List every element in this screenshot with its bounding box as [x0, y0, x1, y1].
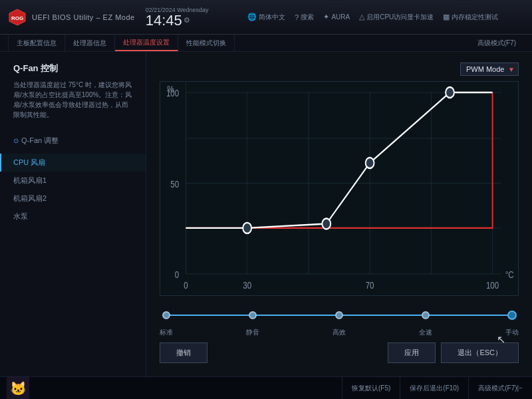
svg-text:%: % — [167, 84, 174, 95]
svg-text:100: 100 — [486, 280, 499, 291]
section-header: ⊙ Q-Fan 调整 — [0, 130, 146, 151]
chart-container: 100 50 0 % 0 30 70 100 °C — [160, 81, 519, 296]
fan-curve-chart[interactable]: 100 50 0 % 0 30 70 100 °C — [160, 82, 518, 295]
preset-dot-fullspeed[interactable] — [422, 311, 430, 319]
bottom-left: 🐱 — [0, 377, 29, 399]
preset-track-container[interactable] — [166, 305, 512, 325]
nav-cpu-access[interactable]: △ 启用CPU访问显卡加速 — [359, 13, 434, 22]
svg-text:70: 70 — [366, 280, 374, 291]
rog-logo: ROG — [8, 8, 27, 27]
svg-text:50: 50 — [170, 179, 179, 190]
search-icon: ? — [295, 13, 299, 21]
svg-point-28 — [446, 87, 454, 98]
preset-label-quiet: 静音 — [246, 328, 259, 337]
tab-processor[interactable]: 处理器信息 — [65, 35, 115, 51]
svg-text:°C: °C — [505, 269, 514, 281]
exit-button[interactable]: 退出（ESC） — [441, 342, 519, 363]
aura-icon: ✦ — [323, 13, 329, 21]
svg-text:0: 0 — [184, 280, 188, 291]
fan-item-case2[interactable]: 机箱风扇2 — [0, 190, 146, 207]
nav-aura[interactable]: ✦ AURA — [323, 13, 350, 21]
language-icon: 🌐 — [247, 13, 257, 21]
button-row: 撤销 应用 退出（ESC） — [160, 337, 519, 366]
btn-group-right: 应用 退出（ESC） — [388, 342, 519, 363]
panel-desc: 当处理器温度超过 75°C 时，建议您将风扇/水泵的占空比提高至100%。注意：… — [0, 80, 146, 130]
svg-text:ROG: ROG — [11, 15, 23, 21]
bios-title: UEFI BIOS Utility – EZ Mode — [32, 13, 135, 21]
svg-point-25 — [243, 223, 251, 233]
mem-icon: ▦ — [443, 13, 450, 21]
nav-mem-test[interactable]: ▦ 内存稳定性测试 — [443, 13, 498, 22]
pwm-mode-select[interactable]: PWM Mode DC Mode Auto — [460, 63, 519, 76]
pwm-row: PWM Mode DC Mode Auto ▼ — [160, 63, 519, 76]
preset-label-manual: 手动 — [505, 328, 519, 337]
preset-dot-performance[interactable] — [335, 311, 343, 319]
tab-temp-settings[interactable]: 处理器温度设置 — [115, 35, 178, 51]
left-panel: Q-Fan 控制 当处理器温度超过 75°C 时，建议您将风扇/水泵的占空比提高… — [0, 52, 146, 376]
svg-point-26 — [322, 218, 331, 229]
nav-search[interactable]: ? 搜索 — [295, 13, 314, 22]
svg-point-27 — [366, 158, 374, 168]
gear-icon[interactable]: ⚙ — [184, 16, 190, 25]
main-content: Q-Fan 控制 当处理器温度超过 75°C 时，建议您将风扇/水泵的占空比提高… — [0, 52, 532, 376]
fan-list: CPU 风扇 机箱风扇1 机箱风扇2 水泵 — [0, 154, 146, 225]
bottom-advanced[interactable]: 高级模式(F7)|− — [468, 377, 532, 399]
time-display: 14:45 — [146, 13, 182, 28]
fan-item-case1[interactable]: 机箱风扇1 — [0, 172, 146, 190]
mascot: 🐱 — [7, 377, 29, 400]
fan-item-pump[interactable]: 水泵 — [0, 207, 146, 225]
advanced-mode-switch[interactable]: 高级模式(F7) — [469, 39, 524, 48]
svg-text:30: 30 — [243, 280, 251, 291]
qfan-icon: ⊙ — [13, 137, 19, 144]
time-area: 02/21/2024 Wednesday 14:45 ⚙ — [146, 7, 209, 28]
top-nav: 🌐 简体中文 ? 搜索 ✦ AURA △ 启用CPU访问显卡加速 ▦ 内存稳定性… — [222, 13, 524, 22]
apply-button[interactable]: 应用 — [388, 342, 436, 363]
preset-dot-manual[interactable] — [507, 311, 517, 320]
bottom-restore[interactable]: 恢复默认(F5) — [342, 377, 400, 399]
logo-area: ROG UEFI BIOS Utility – EZ Mode — [8, 8, 135, 27]
preset-dot-standard[interactable] — [162, 311, 170, 319]
preset-label-performance: 高效 — [332, 328, 346, 337]
preset-area: 标准 静音 高效 全速 手动 — [160, 305, 519, 337]
bottom-save-exit[interactable]: 保存后退出(F10) — [400, 377, 468, 399]
second-bar: 主板配置信息 处理器信息 处理器温度设置 性能模式切换 高级模式(F7) — [0, 35, 532, 52]
preset-labels: 标准 静音 高效 全速 手动 — [160, 328, 519, 337]
tab-perf-mode[interactable]: 性能模式切换 — [178, 35, 235, 51]
preset-dot-quiet[interactable] — [249, 311, 257, 319]
cancel-button[interactable]: 撤销 — [160, 342, 207, 363]
nav-language[interactable]: 🌐 简体中文 — [247, 13, 285, 22]
preset-label-fullspeed: 全速 — [419, 328, 432, 337]
svg-rect-2 — [160, 82, 518, 295]
tab-mainboard[interactable]: 主板配置信息 — [8, 35, 65, 51]
panel-title: Q-Fan 控制 — [0, 63, 146, 80]
bottom-bar: 🐱 恢复默认(F5) 保存后退出(F10) 高级模式(F7)|− — [0, 376, 532, 399]
right-panel: PWM Mode DC Mode Auto ▼ — [146, 52, 532, 376]
cpu-icon: △ — [359, 13, 364, 21]
pwm-wrapper: PWM Mode DC Mode Auto ▼ — [460, 63, 519, 76]
svg-text:0: 0 — [175, 269, 179, 281]
fan-item-cpu[interactable]: CPU 风扇 — [0, 154, 146, 172]
top-bar: ROG UEFI BIOS Utility – EZ Mode 02/21/20… — [0, 0, 532, 35]
preset-label-standard: 标准 — [160, 328, 173, 337]
